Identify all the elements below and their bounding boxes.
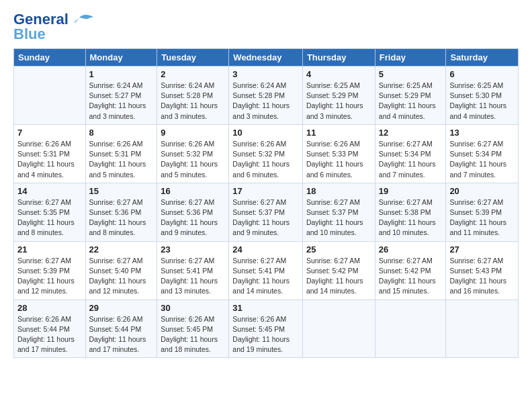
day-number: 25 (306, 244, 371, 255)
logo-blue: Blue (13, 26, 46, 43)
header-cell-wednesday: Wednesday (229, 49, 303, 66)
day-info: Sunrise: 6:27 AMSunset: 5:39 PMDaylight:… (449, 197, 515, 238)
day-number: 9 (161, 128, 225, 138)
day-number: 14 (17, 186, 82, 196)
day-cell: 5Sunrise: 6:25 AMSunset: 5:29 PMDaylight… (375, 66, 446, 125)
day-cell: 27Sunrise: 6:27 AMSunset: 5:43 PMDayligh… (446, 241, 519, 300)
header-cell-friday: Friday (375, 49, 446, 66)
day-info: Sunrise: 6:27 AMSunset: 5:36 PMDaylight:… (89, 197, 154, 238)
day-cell: 28Sunrise: 6:26 AMSunset: 5:44 PMDayligh… (14, 300, 86, 358)
calendar-body: 1Sunrise: 6:24 AMSunset: 5:27 PMDaylight… (14, 66, 519, 358)
day-number: 4 (306, 69, 371, 79)
day-cell: 3Sunrise: 6:24 AMSunset: 5:28 PMDaylight… (229, 66, 303, 125)
day-number: 20 (449, 186, 515, 196)
day-info: Sunrise: 6:27 AMSunset: 5:41 PMDaylight:… (161, 256, 225, 297)
day-number: 22 (89, 244, 154, 255)
day-number: 26 (379, 244, 443, 255)
day-number: 19 (379, 186, 443, 196)
day-number: 30 (161, 303, 225, 313)
day-info: Sunrise: 6:27 AMSunset: 5:40 PMDaylight:… (89, 256, 154, 297)
day-cell: 17Sunrise: 6:27 AMSunset: 5:37 PMDayligh… (229, 183, 303, 241)
day-cell: 10Sunrise: 6:26 AMSunset: 5:32 PMDayligh… (229, 124, 303, 183)
day-info: Sunrise: 6:24 AMSunset: 5:28 PMDaylight:… (232, 81, 299, 122)
day-number: 6 (449, 69, 515, 79)
day-number: 1 (89, 69, 154, 79)
day-info: Sunrise: 6:27 AMSunset: 5:37 PMDaylight:… (306, 197, 371, 238)
day-info: Sunrise: 6:27 AMSunset: 5:41 PMDaylight:… (232, 256, 299, 297)
day-cell: 30Sunrise: 6:26 AMSunset: 5:45 PMDayligh… (157, 300, 229, 358)
day-number: 31 (232, 303, 299, 313)
day-cell: 16Sunrise: 6:27 AMSunset: 5:36 PMDayligh… (157, 183, 229, 241)
day-cell: 7Sunrise: 6:26 AMSunset: 5:31 PMDaylight… (14, 124, 86, 183)
day-info: Sunrise: 6:26 AMSunset: 5:45 PMDaylight:… (232, 314, 299, 355)
header-cell-saturday: Saturday (446, 49, 519, 66)
header-cell-monday: Monday (85, 49, 157, 66)
page: General Blue SundayMondayTuesdayWednesda… (0, 0, 532, 411)
day-cell: 21Sunrise: 6:27 AMSunset: 5:39 PMDayligh… (14, 241, 86, 300)
day-cell: 22Sunrise: 6:27 AMSunset: 5:40 PMDayligh… (85, 241, 157, 300)
day-number: 12 (379, 128, 443, 138)
day-info: Sunrise: 6:24 AMSunset: 5:28 PMDaylight:… (161, 81, 225, 122)
day-cell: 26Sunrise: 6:27 AMSunset: 5:42 PMDayligh… (375, 241, 446, 300)
day-cell: 9Sunrise: 6:26 AMSunset: 5:32 PMDaylight… (157, 124, 229, 183)
day-info: Sunrise: 6:25 AMSunset: 5:30 PMDaylight:… (449, 81, 515, 122)
day-cell: 23Sunrise: 6:27 AMSunset: 5:41 PMDayligh… (157, 241, 229, 300)
day-cell (302, 300, 375, 358)
day-number: 29 (89, 303, 154, 313)
day-cell: 24Sunrise: 6:27 AMSunset: 5:41 PMDayligh… (229, 241, 303, 300)
day-number: 10 (232, 128, 299, 138)
day-number: 17 (232, 186, 299, 196)
week-row-2: 7Sunrise: 6:26 AMSunset: 5:31 PMDaylight… (14, 124, 519, 183)
day-cell: 2Sunrise: 6:24 AMSunset: 5:28 PMDaylight… (157, 66, 229, 125)
day-cell: 31Sunrise: 6:26 AMSunset: 5:45 PMDayligh… (229, 300, 303, 358)
day-info: Sunrise: 6:26 AMSunset: 5:31 PMDaylight:… (89, 139, 154, 180)
header: General Blue (13, 11, 519, 43)
week-row-5: 28Sunrise: 6:26 AMSunset: 5:44 PMDayligh… (14, 300, 519, 358)
day-cell: 13Sunrise: 6:27 AMSunset: 5:34 PMDayligh… (446, 124, 519, 183)
day-info: Sunrise: 6:26 AMSunset: 5:44 PMDaylight:… (89, 314, 154, 355)
day-cell (375, 300, 446, 358)
day-info: Sunrise: 6:26 AMSunset: 5:31 PMDaylight:… (17, 139, 82, 180)
day-number: 18 (306, 186, 371, 196)
day-cell: 15Sunrise: 6:27 AMSunset: 5:36 PMDayligh… (85, 183, 157, 241)
day-cell (14, 66, 86, 125)
day-info: Sunrise: 6:27 AMSunset: 5:38 PMDaylight:… (379, 197, 443, 238)
day-number: 11 (306, 128, 371, 138)
day-number: 28 (17, 303, 82, 313)
day-cell: 19Sunrise: 6:27 AMSunset: 5:38 PMDayligh… (375, 183, 446, 241)
header-cell-thursday: Thursday (302, 49, 375, 66)
day-info: Sunrise: 6:26 AMSunset: 5:33 PMDaylight:… (306, 139, 371, 180)
day-number: 3 (232, 69, 299, 79)
header-cell-sunday: Sunday (14, 49, 86, 66)
day-info: Sunrise: 6:26 AMSunset: 5:32 PMDaylight:… (161, 139, 225, 180)
day-cell: 25Sunrise: 6:27 AMSunset: 5:42 PMDayligh… (302, 241, 375, 300)
day-info: Sunrise: 6:27 AMSunset: 5:34 PMDaylight:… (379, 139, 443, 180)
calendar-table: SundayMondayTuesdayWednesdayThursdayFrid… (13, 48, 519, 358)
logo-bird-icon (73, 12, 94, 27)
day-info: Sunrise: 6:25 AMSunset: 5:29 PMDaylight:… (379, 81, 443, 122)
day-cell: 14Sunrise: 6:27 AMSunset: 5:35 PMDayligh… (14, 183, 86, 241)
day-number: 8 (89, 128, 154, 138)
day-cell: 8Sunrise: 6:26 AMSunset: 5:31 PMDaylight… (85, 124, 157, 183)
day-info: Sunrise: 6:26 AMSunset: 5:32 PMDaylight:… (232, 139, 299, 180)
day-number: 5 (379, 69, 443, 79)
logo: General Blue (13, 11, 94, 43)
header-row: SundayMondayTuesdayWednesdayThursdayFrid… (14, 49, 519, 66)
day-cell: 20Sunrise: 6:27 AMSunset: 5:39 PMDayligh… (446, 183, 519, 241)
day-number: 2 (161, 69, 225, 79)
day-info: Sunrise: 6:27 AMSunset: 5:39 PMDaylight:… (17, 256, 82, 297)
day-number: 15 (89, 186, 154, 196)
day-number: 21 (17, 244, 82, 255)
day-cell: 12Sunrise: 6:27 AMSunset: 5:34 PMDayligh… (375, 124, 446, 183)
day-cell: 4Sunrise: 6:25 AMSunset: 5:29 PMDaylight… (302, 66, 375, 125)
week-row-4: 21Sunrise: 6:27 AMSunset: 5:39 PMDayligh… (14, 241, 519, 300)
day-cell: 11Sunrise: 6:26 AMSunset: 5:33 PMDayligh… (302, 124, 375, 183)
day-number: 24 (232, 244, 299, 255)
day-number: 16 (161, 186, 225, 196)
day-info: Sunrise: 6:27 AMSunset: 5:37 PMDaylight:… (232, 197, 299, 238)
day-cell: 1Sunrise: 6:24 AMSunset: 5:27 PMDaylight… (85, 66, 157, 125)
day-cell: 6Sunrise: 6:25 AMSunset: 5:30 PMDaylight… (446, 66, 519, 125)
week-row-1: 1Sunrise: 6:24 AMSunset: 5:27 PMDaylight… (14, 66, 519, 125)
day-info: Sunrise: 6:26 AMSunset: 5:45 PMDaylight:… (161, 314, 225, 355)
day-info: Sunrise: 6:27 AMSunset: 5:35 PMDaylight:… (17, 197, 82, 238)
